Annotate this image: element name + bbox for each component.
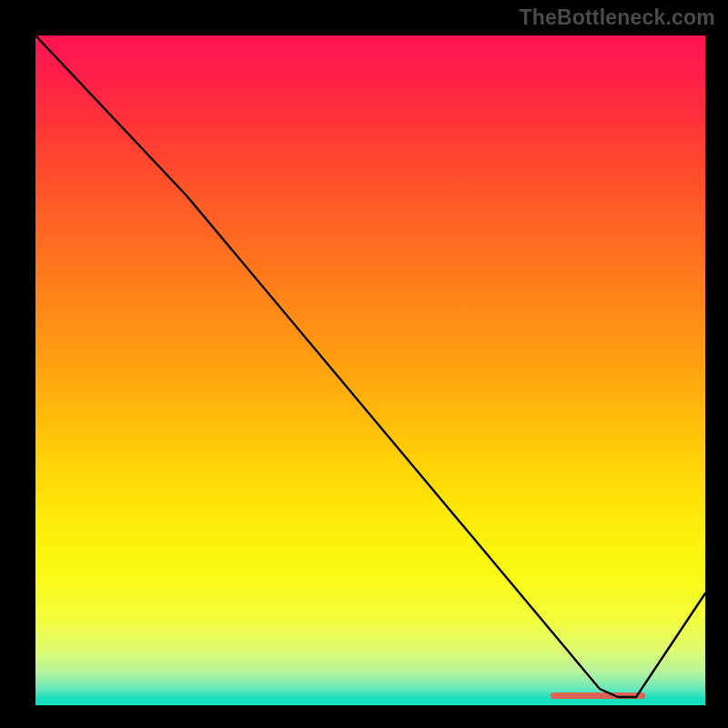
curve-line [35,35,705,705]
chart-frame: TheBottleneck.com [0,0,728,728]
watermark-label: TheBottleneck.com [519,5,715,30]
plot-inner [35,35,705,705]
plot-area [32,32,709,709]
curve-path [35,35,705,697]
